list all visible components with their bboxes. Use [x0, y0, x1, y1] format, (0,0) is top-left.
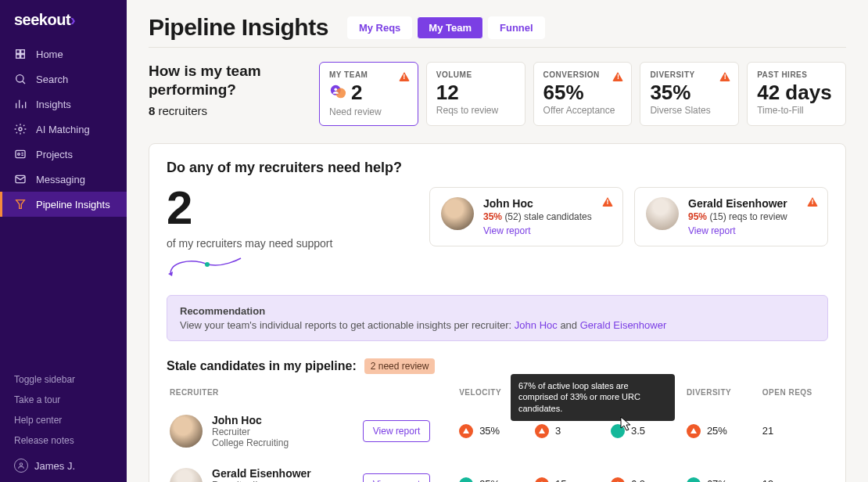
metric-sub: Offer Acceptance	[543, 105, 622, 116]
nav-label: Messaging	[36, 174, 85, 185]
section-title: Do any of my recruiters need help?	[167, 160, 828, 176]
nav-item-home[interactable]: Home	[0, 41, 127, 67]
recruiter-help-card: Do any of my recruiters need help? 2 of …	[149, 143, 846, 482]
metric-sub: Reqs to review	[436, 105, 515, 116]
help-summary-row: 2 of my recruiters may need support John…	[167, 187, 828, 281]
cursor-icon	[620, 416, 633, 432]
metric-card-diversity[interactable]: DIVERSITY 35% Diverse Slates	[640, 62, 739, 126]
big-number: 2	[167, 187, 417, 229]
table-row[interactable]: Gerald Eisenhower Recruiter II College R…	[167, 458, 828, 482]
view-tabs: My Reqs My Team Funnel	[347, 16, 545, 39]
main-content: Pipeline Insights My Reqs My Team Funnel…	[127, 0, 868, 482]
home-icon	[14, 48, 27, 60]
recommendation-link-2[interactable]: Gerald Eisenhower	[580, 319, 667, 331]
velocity-cell: 35%	[459, 424, 529, 438]
sidebar: seekout› Home Search Insights AI Matchin…	[0, 0, 127, 482]
arrow-squiggle-icon	[167, 254, 253, 278]
sidebar-footer: Toggle sidebar Take a tour Help center R…	[0, 369, 127, 482]
th-blank	[360, 383, 456, 405]
user-menu[interactable]: James J.	[0, 451, 127, 473]
svg-rect-0	[16, 50, 20, 54]
recruiter-table: RECRUITER VELOCITY VOLUME CONVERSION DIV…	[167, 383, 828, 482]
projects-icon	[14, 148, 27, 160]
open-reqs-cell: 21	[759, 405, 828, 458]
nav-label: Pipeline Insights	[36, 199, 110, 210]
toggle-sidebar-link[interactable]: Toggle sidebar	[0, 369, 127, 390]
view-report-button[interactable]: View report	[363, 473, 430, 482]
recruiter-name: Gerald Eisenhower	[688, 197, 787, 210]
stale-candidates-header: Stale candidates in my pipeline: 2 need …	[167, 358, 828, 374]
nav-item-ai-matching[interactable]: AI Matching	[0, 117, 127, 142]
recruiter-name: John Hoc	[483, 197, 592, 210]
logo-text: seekout	[14, 11, 70, 28]
row-team: College Recruiting	[212, 437, 289, 448]
release-notes-link[interactable]: Release notes	[0, 430, 127, 451]
metric-card-volume[interactable]: VOLUME 12 Reqs to review	[426, 62, 525, 126]
svg-rect-2	[16, 55, 20, 59]
metric-sub: Diverse Slates	[650, 105, 729, 116]
th-recruiter: RECRUITER	[167, 383, 360, 405]
row-name: Gerald Eisenhower	[212, 467, 311, 480]
warning-icon	[399, 70, 410, 85]
tab-my-reqs[interactable]: My Reqs	[347, 16, 412, 39]
warning-icon	[602, 196, 613, 210]
header-divider	[149, 47, 846, 48]
recruiter-card-gerald-eisenhower[interactable]: Gerald Eisenhower 95% (15) reqs to revie…	[634, 187, 828, 246]
recruiter-stat: 95% (15) reqs to review	[688, 211, 787, 222]
messaging-icon	[14, 173, 27, 185]
warn-dot-icon	[535, 424, 549, 438]
nav-item-pipeline-insights[interactable]: Pipeline Insights	[0, 192, 127, 217]
tab-my-team[interactable]: My Team	[417, 16, 483, 39]
nav-item-messaging[interactable]: Messaging	[0, 167, 127, 192]
diversity-tooltip: 67% of active loop slates are comprised …	[511, 374, 675, 422]
warning-icon	[719, 70, 730, 85]
logo-arrow-icon: ›	[70, 11, 75, 28]
metric-label: MY TEAM	[329, 70, 408, 79]
view-report-button[interactable]: View report	[363, 420, 430, 442]
recruiter-summary-cards: John Hoc 35% (52) stale candidates View …	[429, 187, 828, 246]
logo[interactable]: seekout›	[0, 0, 127, 37]
diversity-cell: 67%	[687, 477, 756, 482]
nav: Home Search Insights AI Matching Project…	[0, 37, 127, 369]
th-open-reqs: OPEN REQS	[759, 383, 828, 405]
metric-card-past-hires[interactable]: PAST HIRES 42 days Time-to-Fill	[747, 62, 846, 126]
page-title: Pipeline Insights	[149, 14, 328, 41]
diversity-cell: 25%	[687, 424, 756, 438]
recruiter-card-john-hoc[interactable]: John Hoc 35% (52) stale candidates View …	[429, 187, 623, 246]
big-number-caption: of my recruiters may need support	[167, 237, 417, 250]
row-name: John Hoc	[212, 414, 289, 426]
metric-value: 35%	[650, 81, 729, 105]
ok-dot-icon	[459, 477, 473, 482]
nav-item-search[interactable]: Search	[0, 67, 127, 92]
recommendation-link-1[interactable]: John Hoc	[515, 319, 558, 331]
metric-card-my-team[interactable]: MY TEAM 2 Need review	[319, 62, 418, 126]
ai-icon	[14, 123, 27, 135]
svg-rect-3	[21, 55, 25, 59]
search-icon	[14, 73, 27, 85]
big-number-block: 2 of my recruiters may need support	[167, 187, 417, 281]
recruiter-stat: 35% (52) stale candidates	[483, 211, 592, 222]
metric-label: VOLUME	[436, 70, 515, 79]
metric-card-conversion[interactable]: CONVERSION 65% Offer Acceptance	[533, 62, 633, 126]
svg-point-20	[334, 88, 337, 91]
svg-rect-1	[21, 50, 25, 54]
metric-label: DIVERSITY	[650, 70, 729, 79]
tab-funnel[interactable]: Funnel	[488, 16, 545, 39]
nav-label: Insights	[36, 99, 71, 110]
th-diversity: DIVERSITY	[683, 383, 759, 405]
nav-label: Projects	[36, 149, 73, 160]
table-row[interactable]: John Hoc Recruiter College Recruiting Vi…	[167, 405, 828, 458]
svg-point-4	[16, 75, 23, 82]
nav-label: AI Matching	[36, 124, 90, 135]
warn-dot-icon	[459, 424, 473, 438]
volume-cell: 15	[535, 477, 604, 482]
nav-item-projects[interactable]: Projects	[0, 142, 127, 167]
nav-item-insights[interactable]: Insights	[0, 92, 127, 117]
svg-line-5	[23, 81, 25, 84]
help-center-link[interactable]: Help center	[0, 410, 127, 430]
metric-value: 42 days	[757, 81, 836, 105]
view-report-link[interactable]: View report	[688, 225, 787, 236]
take-tour-link[interactable]: Take a tour	[0, 390, 127, 410]
view-report-link[interactable]: View report	[483, 225, 592, 236]
pipeline-icon	[14, 198, 27, 210]
